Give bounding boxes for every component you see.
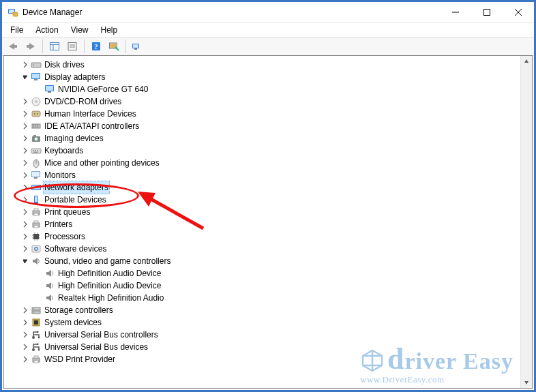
tree-node-label: Universal Serial Bus devices	[43, 341, 149, 353]
tree-node[interactable]: Realtek High Definition Audio	[5, 292, 520, 304]
maximize-button[interactable]	[471, 2, 503, 22]
tree-node[interactable]: DVD/CD-ROM drives	[5, 95, 520, 108]
expand-icon[interactable]	[20, 318, 30, 327]
tree-node-label: Monitors	[43, 169, 77, 181]
cpu-icon	[31, 231, 42, 242]
back-button[interactable]	[5, 38, 21, 55]
tree-node[interactable]: Mice and other pointing devices	[5, 157, 520, 169]
monitor-icon	[31, 170, 42, 181]
expand-icon[interactable]	[20, 121, 30, 131]
close-button[interactable]	[503, 2, 534, 22]
tree-node-label: Printers	[43, 218, 74, 230]
tree-node[interactable]: Universal Serial Bus controllers	[5, 329, 520, 341]
tree-node-label: NVIDIA GeForce GT 640	[57, 83, 150, 95]
tree-node-label: Sound, video and game controllers	[43, 255, 172, 267]
tree-node[interactable]: Monitors	[5, 169, 520, 181]
expand-icon[interactable]	[20, 232, 30, 241]
tree-node[interactable]: Sound, video and game controllers	[5, 255, 520, 267]
tree-node[interactable]: Imaging devices	[5, 132, 520, 145]
printer-icon	[31, 354, 42, 365]
expand-icon[interactable]	[20, 342, 30, 352]
vertical-scrollbar[interactable]	[520, 56, 532, 388]
tree-node[interactable]: High Definition Audio Device	[5, 280, 520, 292]
expand-icon[interactable]	[20, 355, 30, 364]
expand-icon[interactable]	[20, 146, 30, 155]
collapse-icon[interactable]	[20, 256, 30, 266]
tree-node[interactable]: Universal Serial Bus devices	[5, 341, 520, 353]
expand-icon[interactable]	[20, 244, 30, 254]
expand-icon[interactable]	[20, 195, 30, 205]
tree-node[interactable]: Printers	[5, 218, 520, 230]
menu-view[interactable]: View	[65, 24, 94, 36]
tree-node-label: WSD Print Provider	[43, 353, 117, 365]
tree-node-label: Realtek High Definition Audio	[57, 292, 165, 304]
menu-file[interactable]: File	[5, 24, 29, 36]
show-hide-tree-button[interactable]	[46, 38, 63, 55]
tree-node[interactable]: Portable Devices	[5, 194, 520, 206]
scroll-up-button[interactable]	[521, 56, 532, 67]
expand-icon[interactable]	[20, 305, 30, 315]
tree-node-label: Network adapters	[43, 181, 110, 194]
tree-node-label: High Definition Audio Device	[57, 267, 162, 280]
tree-node[interactable]: NVIDIA GeForce GT 640	[5, 83, 520, 95]
tree-node[interactable]: IDE ATA/ATAPI controllers	[5, 120, 520, 132]
software-icon	[31, 243, 42, 254]
toolbar-separator	[125, 40, 126, 53]
app-icon	[8, 7, 18, 18]
tree-node[interactable]: Network adapters	[5, 181, 520, 194]
tree-node[interactable]: High Definition Audio Device	[5, 267, 520, 280]
tree-node[interactable]: Processors	[5, 230, 520, 243]
tree-node[interactable]: WSD Print Provider	[5, 353, 520, 365]
minimize-button[interactable]	[440, 2, 471, 22]
usb-icon	[31, 342, 42, 352]
tree-node[interactable]: Display adapters	[5, 71, 520, 83]
portable-icon	[31, 194, 42, 205]
expand-icon[interactable]	[20, 109, 30, 119]
expand-icon[interactable]	[20, 158, 30, 168]
expand-icon[interactable]	[20, 330, 30, 340]
tree-node[interactable]: Storage controllers	[5, 304, 520, 316]
tree-node-label: Human Interface Devices	[43, 108, 138, 120]
svg-rect-12	[68, 43, 76, 50]
scan-hardware-button[interactable]	[106, 38, 122, 55]
tree-node-label: High Definition Audio Device	[57, 280, 162, 292]
tree-node-label: Keyboards	[43, 145, 85, 157]
collapse-icon[interactable]	[20, 72, 30, 82]
speaker-icon	[44, 268, 55, 279]
forward-button[interactable]	[23, 38, 39, 55]
scroll-down-button[interactable]	[521, 377, 532, 388]
expand-icon[interactable]	[20, 207, 30, 217]
camera-icon	[31, 133, 42, 144]
expand-icon[interactable]	[20, 60, 30, 70]
menu-help[interactable]: Help	[95, 24, 123, 36]
expand-icon[interactable]	[20, 183, 30, 192]
help-button[interactable]: ?	[88, 38, 104, 55]
tree-node[interactable]: System devices	[5, 316, 520, 329]
keyboard-icon	[31, 145, 42, 156]
tree-node[interactable]: Print queues	[5, 206, 520, 218]
titlebar: Device Manager	[2, 2, 534, 23]
tree-node-label: Imaging devices	[43, 132, 105, 145]
tree-node[interactable]: Keyboards	[5, 145, 520, 157]
speaker-icon	[44, 280, 55, 291]
tree-node[interactable]: Software devices	[5, 243, 520, 255]
tree-node-label: Processors	[43, 230, 87, 243]
chip-icon	[31, 317, 42, 328]
expand-icon[interactable]	[20, 170, 30, 180]
expand-icon[interactable]	[20, 97, 30, 106]
printer-icon	[31, 219, 42, 230]
optical-icon	[31, 96, 42, 107]
device-manager-window: Device Manager File Action View Help ? D…	[2, 2, 534, 390]
tree-node[interactable]: Human Interface Devices	[5, 108, 520, 120]
svg-rect-8	[27, 45, 29, 48]
window-title: Device Manager	[23, 7, 440, 17]
device-tree[interactable]: Disk drivesDisplay adaptersNVIDIA GeForc…	[4, 56, 521, 368]
uninstall-button[interactable]	[130, 38, 146, 55]
expand-icon[interactable]	[20, 134, 30, 143]
speaker-icon	[31, 256, 42, 267]
tree-node-label: Mice and other pointing devices	[43, 157, 161, 169]
properties-button[interactable]	[64, 38, 80, 55]
menu-action[interactable]: Action	[30, 24, 63, 36]
tree-node[interactable]: Disk drives	[5, 59, 520, 71]
expand-icon[interactable]	[20, 220, 30, 229]
